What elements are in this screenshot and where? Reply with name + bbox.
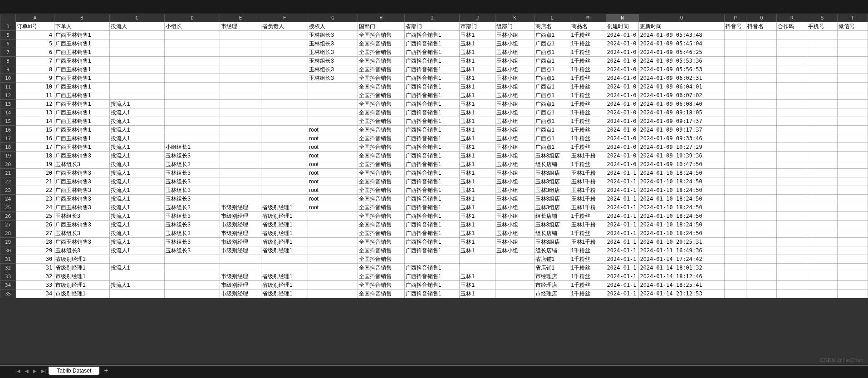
cell[interactable]: 2024-01-1 [606, 195, 639, 203]
column-header[interactable]: N [606, 14, 639, 22]
cell[interactable] [807, 100, 838, 108]
row-header[interactable]: 34 [0, 281, 16, 290]
cell[interactable] [724, 160, 746, 169]
cell[interactable]: 2024-01-0 [606, 48, 639, 57]
cell[interactable] [807, 48, 838, 57]
cell[interactable] [165, 126, 220, 134]
cell[interactable] [746, 100, 777, 108]
cell[interactable]: 市级别经理 [220, 229, 261, 238]
cell[interactable]: 玉林小组 [495, 31, 534, 39]
cell[interactable]: 2024-01-1 [606, 186, 639, 195]
cell[interactable]: 玉林3组店 [534, 186, 570, 195]
row-header[interactable]: 35 [0, 290, 16, 298]
cell[interactable] [838, 203, 868, 212]
cell[interactable]: 抖音号 [724, 22, 746, 31]
cell[interactable] [724, 117, 746, 126]
cell[interactable]: 市经理店 [534, 281, 570, 290]
cell[interactable]: 广西抖音销售1 [404, 281, 460, 290]
cell[interactable]: 玉林1 [460, 203, 495, 212]
tab-nav-first-icon[interactable]: |◀ [14, 368, 22, 373]
cell[interactable] [838, 264, 868, 272]
cell[interactable]: 14 [16, 117, 54, 126]
cell[interactable]: 2024-01-10 18:24:50 [639, 169, 724, 177]
cell[interactable]: 玉林1 [460, 57, 495, 65]
cell[interactable]: 玉林1 [460, 83, 495, 91]
cell[interactable] [777, 272, 807, 281]
column-header[interactable]: I [404, 14, 460, 22]
cell[interactable] [746, 169, 777, 177]
cell[interactable] [746, 117, 777, 126]
cell[interactable] [777, 83, 807, 91]
row-header[interactable]: 18 [0, 143, 16, 152]
cell[interactable]: 小组长 [165, 22, 220, 31]
tab-nav-prev-icon[interactable]: ◀ [23, 368, 30, 373]
cell[interactable] [261, 134, 308, 143]
row-header[interactable]: 13 [0, 100, 16, 108]
row-header[interactable]: 15 [0, 117, 16, 126]
cell[interactable] [807, 212, 838, 221]
column-header[interactable]: L [534, 14, 570, 22]
cell[interactable]: 广西抖音销售1 [404, 152, 460, 160]
cell[interactable]: 2024-01-1 [606, 290, 639, 298]
cell[interactable]: 玉林3组店 [534, 152, 570, 160]
cell[interactable]: 6 [16, 48, 54, 57]
cell[interactable]: 2024-01-10 18:24:50 [639, 212, 724, 221]
cell[interactable]: 玉林小组 [495, 238, 534, 246]
cell[interactable]: 玉林1 [460, 229, 495, 238]
cell[interactable]: 2024-01-0 [606, 143, 639, 152]
cell[interactable]: 玉林1 [460, 272, 495, 281]
cell[interactable] [777, 246, 807, 255]
cell[interactable]: 投流人1 [109, 281, 165, 290]
cell[interactable]: 广西抖音销售1 [404, 83, 460, 91]
cell[interactable]: 玉林小组 [495, 177, 534, 186]
cell[interactable]: 省负责人 [261, 22, 308, 31]
cell[interactable]: 2024-01-0 [606, 117, 639, 126]
cell[interactable]: 广西抖音销售1 [404, 143, 460, 152]
cell[interactable] [495, 281, 534, 290]
cell[interactable]: 玉林小组 [495, 169, 534, 177]
cell[interactable]: 全国抖音销售 [358, 117, 404, 126]
cell[interactable]: 2024-01-09 09:33:46 [639, 134, 724, 143]
cell[interactable] [838, 186, 868, 195]
cell[interactable]: 玉林1 [460, 134, 495, 143]
column-header[interactable]: G [308, 14, 358, 22]
column-header[interactable]: Q [746, 14, 777, 22]
cell[interactable] [220, 134, 261, 143]
cell[interactable] [807, 264, 838, 272]
cell[interactable]: 2024-01-14 17:24:42 [639, 255, 724, 264]
column-header[interactable]: S [807, 14, 838, 22]
cell[interactable] [724, 290, 746, 298]
column-header[interactable]: R [777, 14, 807, 22]
cell[interactable] [460, 264, 495, 272]
cell[interactable]: 广西抖音销售1 [404, 212, 460, 221]
cell[interactable] [838, 126, 868, 134]
cell[interactable] [746, 108, 777, 117]
cell[interactable]: 投流人1 [109, 134, 165, 143]
cell[interactable] [777, 169, 807, 177]
cell[interactable] [109, 91, 165, 100]
cell[interactable] [838, 100, 868, 108]
row-header[interactable]: 7 [0, 48, 16, 57]
cell[interactable]: 1千粉丝 [570, 264, 606, 272]
cell[interactable] [724, 83, 746, 91]
cell[interactable]: 下单人 [54, 22, 110, 31]
cell[interactable] [220, 65, 261, 74]
cell[interactable]: 玉林组长3 [308, 57, 358, 65]
tab-nav-last-icon[interactable]: ▶| [39, 368, 48, 373]
cell[interactable] [220, 117, 261, 126]
cell[interactable] [220, 264, 261, 272]
cell[interactable] [308, 238, 358, 246]
cell[interactable]: 组部门 [495, 22, 534, 31]
cell[interactable] [261, 195, 308, 203]
cell[interactable] [220, 100, 261, 108]
cell[interactable]: 全国抖音销售 [358, 246, 404, 255]
cell[interactable] [724, 238, 746, 246]
cell[interactable]: 玉林小组 [495, 195, 534, 203]
cell[interactable]: 全国抖音销售 [358, 255, 404, 264]
cell[interactable] [261, 48, 308, 57]
cell[interactable]: 玉林组长3 [308, 39, 358, 48]
cell[interactable]: 广西抖音销售1 [404, 91, 460, 100]
column-header[interactable]: T [838, 14, 868, 22]
cell[interactable]: 商店名 [534, 22, 570, 31]
cell[interactable] [261, 255, 308, 264]
